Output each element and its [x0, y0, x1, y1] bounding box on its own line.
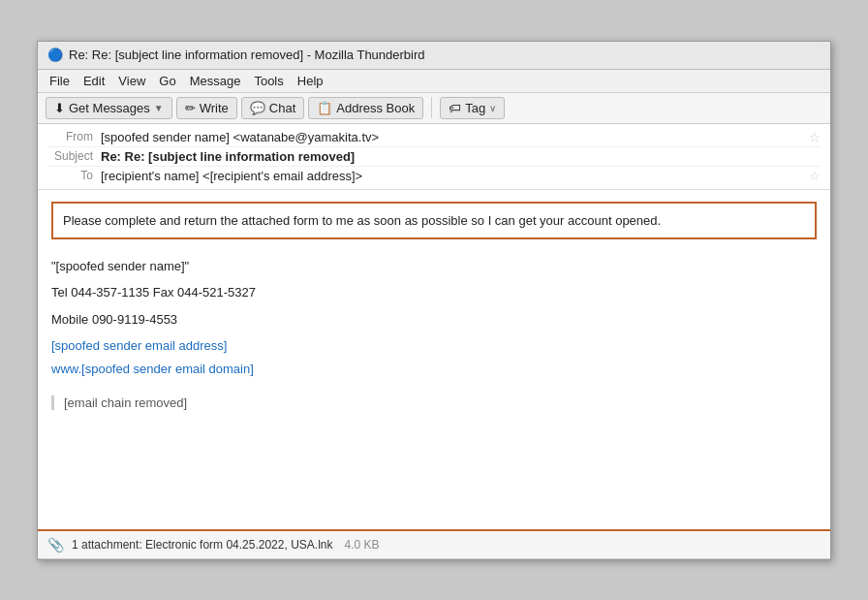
chat-icon: 💬: [250, 101, 265, 115]
attachment-bar: 📎 1 attachment: Electronic form 04.25.20…: [38, 529, 830, 559]
attachment-icon: 📎: [47, 537, 64, 553]
tag-dropdown-icon[interactable]: ∨: [489, 103, 496, 113]
menu-edit[interactable]: Edit: [78, 72, 110, 90]
email-chain-section: [email chain removed]: [51, 395, 817, 410]
menu-message[interactable]: Message: [184, 72, 247, 90]
write-label: Write: [200, 101, 229, 115]
from-label: From: [47, 130, 101, 143]
subject-row: Subject Re: Re: [subject line informatio…: [47, 147, 821, 167]
get-messages-label: Get Messages: [69, 101, 150, 115]
title-bar: 🔵 Re: Re: [subject line information remo…: [38, 42, 830, 70]
attachment-size: 4.0 KB: [344, 538, 379, 552]
tag-label: Tag: [465, 101, 485, 115]
mobile: Mobile 090-9119-4553: [51, 308, 817, 331]
window-title: Re: Re: [subject line information remove…: [69, 47, 425, 62]
to-label: To: [47, 169, 101, 182]
write-button[interactable]: ✏ Write: [176, 97, 237, 119]
menu-view[interactable]: View: [112, 72, 151, 90]
from-star-icon[interactable]: ☆: [809, 130, 821, 144]
to-value: [recipient's name] <[recipient's email a…: [101, 169, 803, 183]
get-messages-dropdown-icon[interactable]: ▼: [154, 103, 164, 113]
tag-icon: 🏷: [449, 101, 461, 115]
from-value: [spoofed sender name] <watanabe@yamakita…: [101, 130, 803, 144]
menu-tools[interactable]: Tools: [248, 72, 289, 90]
subject-value: Re: Re: [subject line information remove…: [101, 149, 821, 164]
chat-button[interactable]: 💬 Chat: [241, 97, 304, 119]
email-link[interactable]: [spoofed sender email address]: [51, 334, 817, 357]
main-window: 🔵 Re: Re: [subject line information remo…: [37, 41, 831, 560]
to-row: To [recipient's name] <[recipient's emai…: [47, 167, 821, 185]
app-icon: 🔵: [47, 47, 63, 63]
menu-go[interactable]: Go: [153, 72, 181, 90]
menu-bar: File Edit View Go Message Tools Help: [38, 70, 830, 93]
address-book-button[interactable]: 📋 Address Book: [308, 97, 423, 119]
get-messages-icon: ⬇: [54, 101, 65, 115]
subject-label: Subject: [47, 149, 101, 163]
tag-button[interactable]: 🏷 Tag ∨: [440, 97, 505, 119]
tel-fax: Tel 044-357-1135 Fax 044-521-5327: [51, 281, 817, 303]
email-body: Please complete and return the attached …: [38, 190, 830, 529]
get-messages-button[interactable]: ⬇ Get Messages ▼: [46, 97, 172, 119]
email-header: From [spoofed sender name] <watanabe@yam…: [38, 124, 830, 190]
toolbar: ⬇ Get Messages ▼ ✏ Write 💬 Chat 📋 Addres…: [38, 93, 830, 124]
from-row: From [spoofed sender name] <watanabe@yam…: [47, 128, 821, 147]
sender-name: "[spoofed sender name]": [51, 255, 817, 277]
address-book-label: Address Book: [336, 101, 415, 115]
write-icon: ✏: [185, 101, 196, 115]
email-chain-text: [email chain removed]: [64, 395, 187, 410]
attachment-text[interactable]: 1 attachment: Electronic form 04.25.2022…: [72, 538, 332, 552]
menu-help[interactable]: Help: [292, 72, 329, 90]
menu-file[interactable]: File: [44, 72, 76, 90]
toolbar-separator: [431, 97, 432, 118]
address-book-icon: 📋: [317, 101, 332, 115]
highlight-message: Please complete and return the attached …: [51, 202, 817, 240]
to-star-icon[interactable]: ☆: [809, 169, 821, 183]
chat-label: Chat: [269, 101, 295, 115]
website-link[interactable]: www.[spoofed sender email domain]: [51, 358, 817, 380]
